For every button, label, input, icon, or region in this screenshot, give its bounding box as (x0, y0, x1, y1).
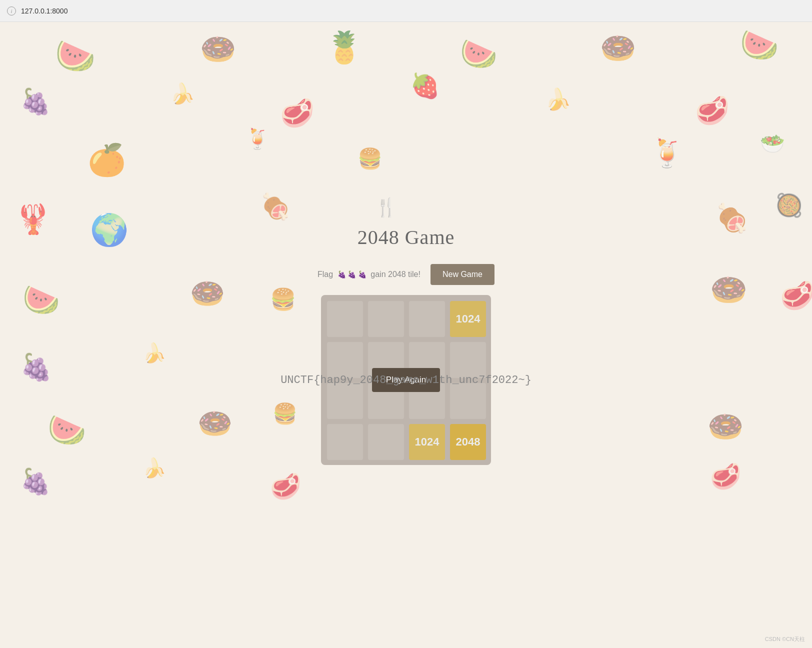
browser-bar: i 127.0.0.1:8000 (0, 0, 812, 22)
main-content: 2048 Game Flag 🍇 🍇 🍇 gain 2048 tile! New… (0, 22, 812, 648)
game-title: 2048 Game (358, 226, 455, 249)
flag-emojis: 🍇 🍇 🍇 (338, 270, 369, 278)
game-wrapper: UNCTF{hap9y_2048_game_w1th_unc7f2022~} 1… (321, 295, 491, 465)
flag-status-text: Flag 🍇 🍇 🍇 gain 2048 tile! (318, 270, 420, 279)
watermark: CSDN ©CN天柱 (765, 636, 805, 643)
browser-url: 127.0.0.1:8000 (21, 7, 68, 15)
game-board: 102410242048Play Again (321, 295, 491, 465)
new-game-button[interactable]: New Game (430, 264, 494, 285)
game-over-overlay: Play Again (321, 295, 491, 465)
info-icon: i (7, 6, 16, 16)
play-again-button[interactable]: Play Again (372, 368, 440, 392)
controls-row: Flag 🍇 🍇 🍇 gain 2048 tile! New Game (318, 264, 494, 285)
